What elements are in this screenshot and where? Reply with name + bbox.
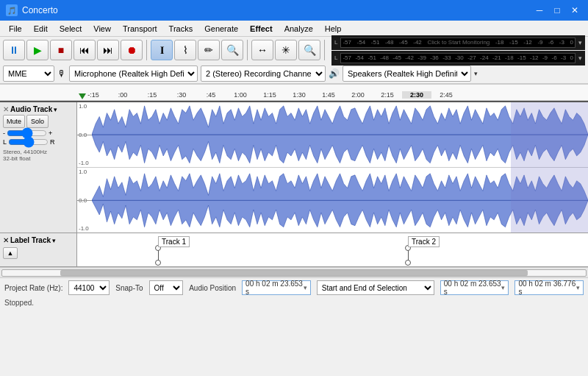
- meter-input-label: L: [334, 39, 337, 46]
- channels-select[interactable]: 2 (Stereo) Recording Channels: [201, 65, 326, 82]
- audio-track-row: ✕ Audio Track ▾ Mute Solo - + L R Stereo…: [0, 101, 588, 233]
- output-device-select[interactable]: Speakers (Realtek High Definiti: [343, 65, 471, 82]
- ruler-label: :30: [167, 91, 196, 99]
- snap-to-label: Snap-To: [115, 284, 143, 292]
- ruler-label: :15: [137, 91, 167, 99]
- ruler-label: 1:30: [284, 91, 314, 99]
- audio-track-info: Stereo, 44100Hz 32-bit float: [3, 149, 74, 162]
- zoom-tool-button[interactable]: 🔍: [221, 40, 243, 60]
- output-meter-scale: -57-54-51-48-45-42-39-36-33-30-27-24-21-…: [340, 53, 576, 63]
- label-text-1[interactable]: Track 1: [158, 236, 190, 247]
- multi-tool-button[interactable]: ✳: [275, 40, 297, 60]
- audio-track-canvas[interactable]: 1.0 0.0 -1.0 1.0 0.0 -1.0: [77, 102, 588, 233]
- close-button[interactable]: ✕: [567, 3, 582, 18]
- ruler-label-highlight: 2:30: [402, 91, 431, 99]
- draw-tool-button[interactable]: ✏: [198, 40, 220, 60]
- mute-button[interactable]: Mute: [3, 115, 25, 128]
- project-rate-label: Project Rate (Hz):: [4, 284, 62, 292]
- horizontal-scrollbar[interactable]: [1, 269, 587, 277]
- label-up-button[interactable]: ▲: [3, 247, 18, 259]
- title-bar-left: 🎵 Concerto: [6, 4, 58, 16]
- label-track-controls: ✕ Label Track ▾ ▲: [0, 233, 77, 266]
- audio-track-close-button[interactable]: ✕: [3, 105, 9, 113]
- status-top-row: Project Rate (Hz): 44100 Snap-To Off Aud…: [0, 278, 588, 297]
- solo-button[interactable]: Solo: [26, 115, 49, 128]
- y-label-top-1: 1.0: [79, 103, 87, 110]
- skip-back-button[interactable]: ⏮: [74, 40, 96, 60]
- audio-pos-value: 00 h 02 m 23.653 s: [245, 280, 304, 296]
- stop-button[interactable]: ■: [50, 40, 72, 60]
- sel-end-dropdown[interactable]: ▾: [576, 284, 580, 291]
- toolbar-sep-3: [324, 40, 325, 60]
- meter-section: L -57-54-51-48-45-42 Click to Start Moni…: [331, 35, 585, 65]
- menu-edit[interactable]: Edit: [28, 23, 54, 35]
- record-button[interactable]: ⏺: [121, 40, 143, 60]
- ruler-label-row: -:15 :00 :15 :30 :45 1:00 1:15 1:30 1:45…: [79, 91, 588, 99]
- menu-generate[interactable]: Generate: [198, 23, 244, 35]
- play-button[interactable]: ▶: [26, 40, 49, 60]
- waveform-svg-bottom: [92, 168, 588, 233]
- audio-track-name: Audio Track: [10, 105, 52, 113]
- label-pin-head-bot-2: [405, 260, 411, 266]
- pan-left-label: L: [3, 138, 7, 146]
- pan-right-label: R: [50, 138, 55, 146]
- label-track-name: Label Track: [10, 236, 51, 244]
- label-track2: Track 2: [408, 236, 440, 247]
- sel-start-field[interactable]: 00 h 02 m 23.653 s ▾: [440, 280, 509, 295]
- y-label-top-2: 1.0: [79, 169, 87, 175]
- project-rate-select[interactable]: 44100: [68, 280, 110, 295]
- ruler-label: 2:15: [373, 91, 402, 99]
- zoom-in-button[interactable]: 🔍: [298, 40, 320, 60]
- label-text-2[interactable]: Track 2: [408, 236, 440, 247]
- pan-slider[interactable]: [8, 139, 49, 145]
- audio-track-dropdown[interactable]: ▾: [54, 106, 57, 113]
- input-device-select[interactable]: Microphone (Realtek High Defini: [69, 65, 198, 82]
- sel-end-field[interactable]: 00 h 02 m 36.776 s ▾: [514, 280, 584, 295]
- envelope-tool-button[interactable]: ⌇: [174, 40, 196, 60]
- ruler-label: 2:00: [343, 91, 373, 99]
- scrollbar-thumb[interactable]: [60, 270, 527, 276]
- label-track-close[interactable]: ✕: [3, 236, 9, 244]
- menu-transport[interactable]: Transport: [117, 23, 163, 35]
- skip-forward-button[interactable]: ⏭: [97, 40, 119, 60]
- gain-slider[interactable]: [7, 130, 47, 136]
- ruler-label: :45: [196, 91, 226, 99]
- audio-pos-dropdown[interactable]: ▾: [304, 284, 307, 291]
- title-bar: 🎵 Concerto ─ □ ✕: [0, 0, 588, 21]
- menu-help[interactable]: Help: [319, 23, 348, 35]
- selection-type-select[interactable]: Start and End of Selection: [317, 280, 434, 295]
- audio-pos-label: Audio Position: [189, 284, 236, 292]
- menu-file[interactable]: File: [3, 23, 28, 35]
- status-bar: Project Rate (Hz): 44100 Snap-To Off Aud…: [0, 277, 588, 314]
- menu-analyze[interactable]: Analyze: [279, 23, 319, 35]
- menu-select[interactable]: Select: [54, 23, 88, 35]
- menu-view[interactable]: View: [87, 23, 117, 35]
- waveform-svg-top: [92, 102, 588, 167]
- time-shift-button[interactable]: ↔: [251, 40, 273, 60]
- pause-button[interactable]: ⏸: [3, 40, 25, 60]
- ruler-label: 1:45: [314, 91, 343, 99]
- sel-start-dropdown[interactable]: ▾: [501, 284, 505, 291]
- meter-options-button[interactable]: ▾: [578, 39, 582, 46]
- audio-host-select[interactable]: MME: [3, 65, 54, 82]
- minimize-button[interactable]: ─: [532, 3, 547, 18]
- menu-effect[interactable]: Effect: [244, 23, 279, 35]
- sel-end-value: 00 h 02 m 36.776 s: [518, 280, 576, 296]
- menu-tracks[interactable]: Tracks: [163, 23, 199, 35]
- label-canvas[interactable]: Track 1 Track 2: [77, 233, 588, 266]
- select-tool-button[interactable]: 𝐈: [151, 40, 173, 60]
- scrollbar-area: [0, 267, 588, 277]
- audio-track-controls: ✕ Audio Track ▾ Mute Solo - + L R Stereo…: [0, 102, 77, 233]
- status-message: Stopped.: [4, 299, 34, 307]
- audio-position-field[interactable]: 00 h 02 m 23.653 s ▾: [242, 280, 311, 295]
- output-select-arrow: ▾: [474, 70, 478, 77]
- label-track-dropdown[interactable]: ▾: [52, 237, 56, 244]
- transport-toolbar: ⏸ ▶ ■ ⏮ ⏭ ⏺ 𝐈 ⌇ ✏ 🔍 ↔ ✳ 🔍 L -57-54-51-48…: [0, 37, 588, 63]
- toolbar-area: ⏸ ▶ ■ ⏮ ⏭ ⏺ 𝐈 ⌇ ✏ 🔍 ↔ ✳ 🔍 L -57-54-51-48…: [0, 37, 588, 85]
- pan-row: L R: [3, 138, 74, 146]
- snap-to-select[interactable]: Off: [149, 280, 184, 295]
- audio-track-header: ✕ Audio Track ▾: [3, 105, 74, 113]
- output-meter-options-button[interactable]: ▾: [578, 54, 582, 62]
- maximize-button[interactable]: □: [550, 3, 564, 18]
- time-ruler: -:15 :00 :15 :30 :45 1:00 1:15 1:30 1:45…: [0, 85, 588, 101]
